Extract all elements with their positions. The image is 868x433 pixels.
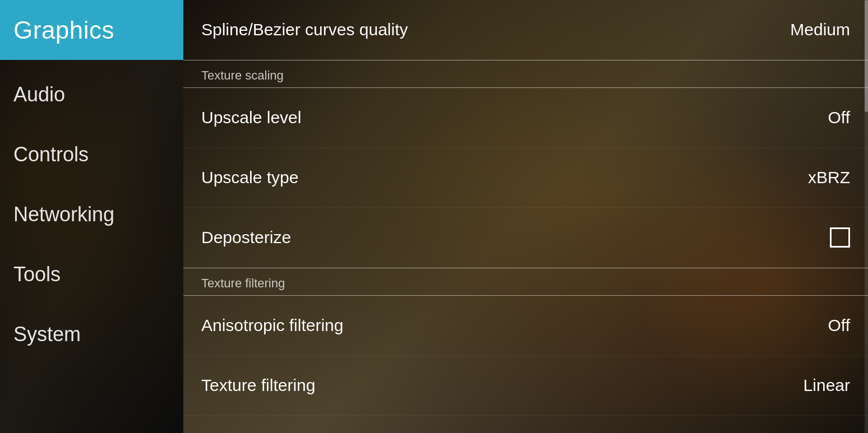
- setting-row-anisotropic-filtering[interactable]: Anisotropic filtering Off: [183, 296, 868, 356]
- scrollbar-track: [865, 0, 868, 433]
- sidebar-header: Graphics: [0, 0, 183, 60]
- setting-row-upscale-level[interactable]: Upscale level Off: [183, 88, 868, 148]
- sidebar-item-controls-label: Controls: [13, 143, 89, 166]
- setting-value-upscale-type: xBRZ: [808, 168, 850, 187]
- deposterize-checkbox[interactable]: [830, 227, 850, 248]
- section-header-texture-filtering: Texture filtering: [183, 268, 868, 296]
- setting-label-texture-filtering: Texture filtering: [201, 376, 315, 395]
- sidebar-item-controls[interactable]: Controls: [0, 124, 183, 184]
- setting-row-upscale-type[interactable]: Upscale type xBRZ: [183, 148, 868, 208]
- setting-value-texture-filtering: Linear: [804, 376, 850, 395]
- sidebar-item-tools-label: Tools: [13, 263, 61, 286]
- setting-label-upscale-type: Upscale type: [201, 168, 298, 187]
- sidebar-item-networking[interactable]: Networking: [0, 184, 183, 244]
- settings-list[interactable]: Spline/Bezier curves quality Medium Text…: [183, 0, 868, 433]
- setting-label-spline-bezier: Spline/Bezier curves quality: [201, 20, 408, 39]
- main-content: Spline/Bezier curves quality Medium Text…: [183, 0, 868, 433]
- sidebar-item-system-label: System: [13, 323, 81, 346]
- sidebar-item-networking-label: Networking: [13, 203, 114, 226]
- sidebar-item-audio-label: Audio: [13, 83, 65, 106]
- setting-row-deposterize[interactable]: Deposterize: [183, 208, 868, 268]
- setting-row-texture-filtering[interactable]: Texture filtering Linear: [183, 356, 868, 416]
- sidebar-item-tools[interactable]: Tools: [0, 244, 183, 304]
- scrollbar-thumb: [865, 0, 868, 112]
- sidebar-item-system[interactable]: System: [0, 304, 183, 364]
- setting-value-anisotropic-filtering: Off: [828, 316, 850, 335]
- setting-label-anisotropic-filtering: Anisotropic filtering: [201, 316, 343, 335]
- setting-value-upscale-level: Off: [828, 108, 850, 127]
- setting-label-deposterize: Deposterize: [201, 228, 291, 247]
- section-header-texture-scaling-label: Texture scaling: [201, 68, 284, 82]
- sidebar: Graphics Audio Controls Networking Tools…: [0, 0, 183, 433]
- setting-value-spline-bezier: Medium: [790, 20, 850, 39]
- sidebar-navigation: Audio Controls Networking Tools System: [0, 60, 183, 364]
- section-header-texture-scaling: Texture scaling: [183, 60, 868, 88]
- setting-label-upscale-level: Upscale level: [201, 108, 301, 127]
- sidebar-active-section-title: Graphics: [13, 16, 114, 44]
- section-header-texture-filtering-label: Texture filtering: [201, 276, 285, 290]
- setting-row-spline-bezier[interactable]: Spline/Bezier curves quality Medium: [183, 0, 868, 60]
- sidebar-item-audio[interactable]: Audio: [0, 64, 183, 124]
